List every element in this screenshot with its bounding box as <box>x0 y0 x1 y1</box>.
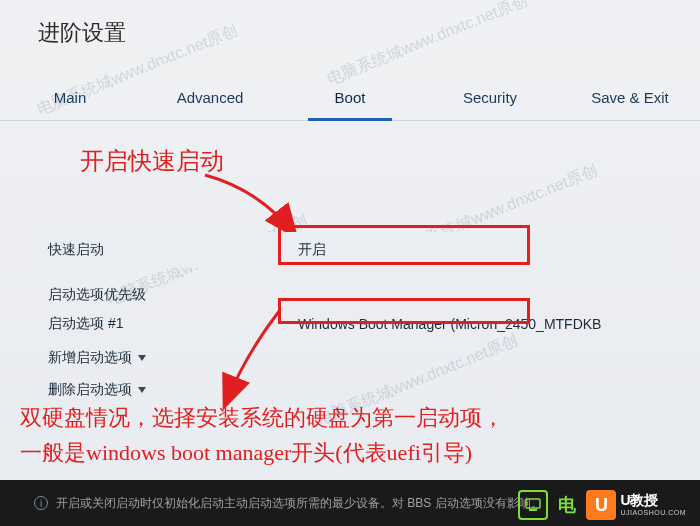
footer-logos: 电 U U教授 UJIAOSHOU.COM <box>518 490 686 520</box>
tab-main[interactable]: Main <box>0 75 140 120</box>
fast-boot-label: 快速启动 <box>48 241 298 259</box>
chevron-down-icon <box>138 387 146 393</box>
tabs-bar: Main Advanced Boot Security Save & Exit <box>0 75 700 121</box>
tab-boot[interactable]: Boot <box>280 75 420 120</box>
row-boot-option-1[interactable]: 启动选项 #1 Windows Boot Manager (Micron_245… <box>38 306 670 342</box>
boot-option1-label: 启动选项 #1 <box>48 315 298 333</box>
row-add-boot-option[interactable]: 新增启动选项 <box>38 340 670 376</box>
logo-dnxtc <box>518 490 548 520</box>
delete-boot-option-text: 删除启动选项 <box>48 381 132 397</box>
tab-advanced[interactable]: Advanced <box>140 75 280 120</box>
delete-boot-option-label: 删除启动选项 <box>48 381 298 399</box>
chevron-down-icon <box>138 355 146 361</box>
logo-u-en: UJIAOSHOU.COM <box>620 509 686 517</box>
fast-boot-value: 开启 <box>298 241 326 259</box>
annotation-line1: 双硬盘情况，选择安装系统的硬盘为第一启动项， <box>20 400 504 435</box>
footer-bar: i 开启或关闭启动时仅初始化启动主动启动选项所需的最少设备。对 BBS 启动选项… <box>0 480 700 526</box>
logo-ujiaoshou: U U教授 UJIAOSHOU.COM <box>586 490 686 520</box>
boot-priority-label: 启动选项优先级 <box>48 286 298 304</box>
annotation-fast-boot: 开启快速启动 <box>80 145 224 177</box>
footer-help-text: 开启或关闭启动时仅初始化启动主动启动选项所需的最少设备。对 BBS 启动选项没有… <box>56 495 543 512</box>
logo-u-cn: U教授 <box>620 493 686 508</box>
tab-security[interactable]: Security <box>420 75 560 120</box>
logo-dnxtc-text: 电 <box>558 493 576 517</box>
annotation-dual-disk: 双硬盘情况，选择安装系统的硬盘为第一启动项， 一般是windows boot m… <box>20 400 504 470</box>
tab-save-exit[interactable]: Save & Exit <box>560 75 700 120</box>
page-title: 进阶设置 <box>38 18 126 48</box>
row-fast-boot[interactable]: 快速启动 开启 <box>38 232 670 268</box>
svg-rect-3 <box>529 509 537 511</box>
annotation-line2: 一般是windows boot manager开头(代表uefi引导) <box>20 435 504 470</box>
info-icon: i <box>34 496 48 510</box>
boot-option1-value: Windows Boot Manager (Micron_2450_MTFDKB <box>298 316 601 332</box>
logo-u-badge: U <box>586 490 616 520</box>
add-boot-option-label: 新增启动选项 <box>48 349 298 367</box>
add-boot-option-text: 新增启动选项 <box>48 349 132 365</box>
svg-rect-2 <box>526 499 540 508</box>
